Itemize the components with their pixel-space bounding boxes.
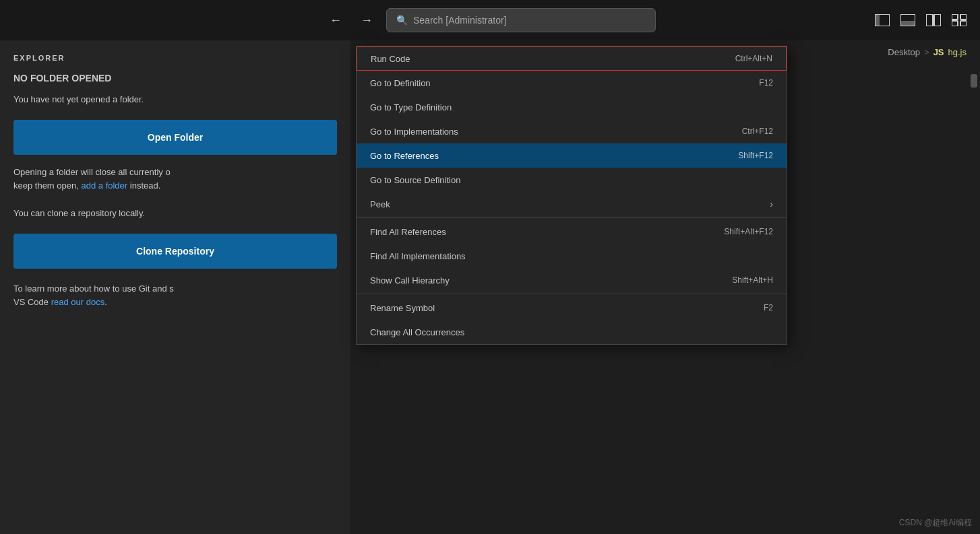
menu-item-go-to-implementations[interactable]: Go to ImplementationsCtrl+F12 [357,119,787,143]
menu-shortcut: Shift+Alt+H [732,275,773,285]
open-folder-button[interactable]: Open Folder [13,120,337,155]
clone-info: You can clone a repository locally. [13,207,337,220]
menu-item-label: Rename Symbol [370,303,435,313]
menu-divider-10 [357,294,787,294]
menu-item-label: Go to Type Definition [370,102,452,112]
menu-item-go-to-references[interactable]: Go to ReferencesShift+F12 [357,143,787,168]
sidebar: EXPLORER NO FOLDER OPENED You have not y… [0,40,350,534]
sidebar-toggle-icon[interactable] [875,14,890,26]
breadcrumb-file: hg.js [948,47,967,57]
menu-item-run-code[interactable]: Run CodeCtrl+Alt+N [357,46,787,71]
no-folder-text: You have not yet opened a folder. [13,93,337,106]
menu-item-label: Go to Implementations [370,127,458,137]
add-folder-link[interactable]: add a folder [81,180,127,191]
clone-repository-button[interactable]: Clone Repository [13,234,337,269]
svg-rect-1 [875,14,880,26]
search-icon: 🔍 [396,15,408,26]
watermark: CSDN @超维Ai编程 [899,517,972,529]
menu-item-label: Run Code [371,54,410,64]
menu-item-show-call-hierarchy[interactable]: Show Call HierarchyShift+Alt+H [357,268,787,292]
editor-layout-icon[interactable] [926,14,941,26]
menu-item-change-all-occurrences[interactable]: Change All Occurrences [357,320,787,344]
opening-info: Opening a folder will close all currentl… [13,166,337,194]
breadcrumb-sep1: > [924,47,929,57]
menu-item-label: Go to Definition [370,78,431,88]
breadcrumb-desktop: Desktop [888,47,920,57]
menu-item-find-all-references[interactable]: Find All ReferencesShift+Alt+F12 [357,220,787,244]
breadcrumb: Desktop > JS hg.js [888,47,967,57]
menu-shortcut: Shift+F12 [738,151,773,160]
titlebar-icons [875,14,967,26]
submenu-arrow-icon: › [770,199,773,209]
menu-shortcut: Ctrl+F12 [742,127,773,136]
context-menu: Run CodeCtrl+Alt+NGo to DefinitionF12Go … [356,46,787,345]
panel-toggle-icon[interactable] [900,14,915,26]
svg-rect-7 [960,14,967,20]
search-placeholder: Search [Administrator] [413,15,507,26]
menu-item-go-to-definition[interactable]: Go to DefinitionF12 [357,71,787,95]
svg-rect-5 [934,14,941,26]
no-folder-label: NO FOLDER OPENED [13,73,337,84]
menu-item-peek[interactable]: Peek› [357,192,787,216]
menu-item-label: Go to Source Definition [370,175,460,185]
menu-shortcut: F12 [759,78,773,88]
menu-shortcut: Shift+Alt+F12 [724,227,773,236]
menu-shortcut: Ctrl+Alt+N [735,54,772,63]
menu-item-label: Change All Occurrences [370,327,464,337]
svg-rect-9 [960,21,967,26]
menu-item-rename-symbol[interactable]: Rename SymbolF2 [357,296,787,320]
menu-item-label: Go to References [370,151,439,161]
menu-item-find-all-implementations[interactable]: Find All Implementations [357,244,787,268]
menu-item-go-to-type-definition[interactable]: Go to Type Definition [357,95,787,119]
search-bar[interactable]: 🔍 Search [Administrator] [386,8,656,32]
read-docs-link[interactable]: read our docs [51,297,105,307]
git-info: To learn more about how to use Git and s… [13,282,337,310]
explorer-label: EXPLORER [13,54,337,62]
menu-item-label: Peek [370,199,390,209]
svg-rect-4 [926,14,933,26]
svg-rect-8 [952,21,958,26]
svg-rect-3 [900,21,915,26]
menu-item-go-to-source-definition[interactable]: Go to Source Definition [357,168,787,192]
svg-rect-6 [952,14,958,20]
menu-item-label: Find All References [370,227,446,237]
nav-forward-button[interactable]: → [355,11,378,30]
menu-item-label: Show Call Hierarchy [370,275,450,286]
breadcrumb-js: JS [933,47,944,57]
nav-back-button[interactable]: ← [324,11,347,30]
scrollbar[interactable] [971,74,977,88]
menu-divider-7 [357,218,787,218]
menu-item-label: Find All Implementations [370,251,466,261]
titlebar: ← → 🔍 Search [Administrator] [0,0,980,40]
grid-icon[interactable] [952,14,967,26]
menu-shortcut: F2 [764,303,773,312]
